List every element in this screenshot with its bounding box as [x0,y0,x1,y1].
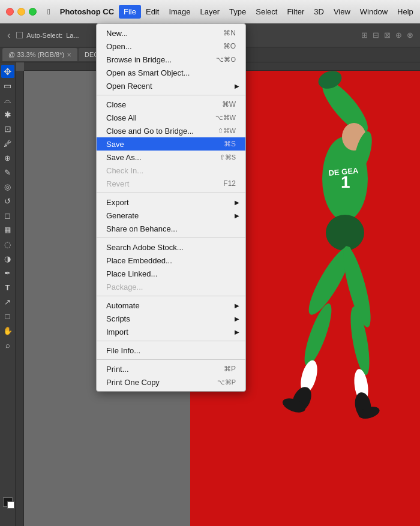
maximize-button[interactable] [29,8,37,16]
ruler-vertical [16,71,24,526]
tool-hand[interactable]: ✋ [1,324,14,337]
menu-item-import[interactable]: Import [97,325,245,338]
menu-sep-1 [97,95,245,95]
close-button[interactable] [6,8,14,16]
left-toolbar: ✥ ▭ ⌓ ✱ ⊡ 🖉 ⊕ ✎ ◎ ↺ ◻ ▦ ◌ ◑ ✒ T ↗ □ ✋ ⌕ [0,62,16,526]
tool-text[interactable]: T [1,281,14,294]
layer-menu-trigger[interactable]: Layer [196,5,225,19]
tool-path-select[interactable]: ↗ [1,295,14,308]
tool-gradient[interactable]: ▦ [1,223,14,236]
menu-item-place-linked[interactable]: Place Linked... [97,267,245,280]
toolbar-icon-2: ⊟ [371,31,381,40]
title-bar:  Photoshop CC File Edit Image Layer Typ… [0,0,420,23]
auto-select-checkbox[interactable] [16,32,23,38]
file-menu-trigger[interactable]: File [119,5,141,19]
bg-color-swatch [7,501,14,509]
tool-shape[interactable]: □ [1,309,14,323]
minimize-button[interactable] [17,8,25,16]
svg-point-7 [326,215,364,251]
tool-clone[interactable]: ◎ [1,180,14,193]
help-menu-trigger[interactable]: Help [392,5,418,19]
app-menu[interactable]: Photoshop CC [55,5,119,19]
toolbar-icon-1: ⊞ [359,31,370,40]
toolbar-left-arrow[interactable]: ‹ [5,29,13,42]
menu-sep-4 [97,296,245,296]
toolbar-icon-5: ⊗ [405,31,415,40]
auto-select-label: Auto-Select: [26,32,62,39]
type-menu-trigger[interactable]: Type [224,5,251,19]
3d-menu-trigger[interactable]: 3D [309,5,329,19]
tool-magic-wand[interactable]: ✱ [1,108,14,121]
doc-tab-1[interactable]: @ 33.3% (RGB/8*) ✕ [2,48,77,61]
menu-item-new[interactable]: New... ⌘N [97,26,245,40]
menu-item-automate[interactable]: Automate [97,299,245,312]
tool-history[interactable]: ↺ [1,194,14,208]
menu-item-generate[interactable]: Generate [97,209,245,222]
menu-item-open[interactable]: Open... ⌘O [97,40,245,53]
menu-sep-3 [97,238,245,238]
menu-item-package: Package... [97,280,245,293]
tool-eraser[interactable]: ◻ [1,209,14,222]
tool-dodge[interactable]: ◑ [1,252,14,265]
file-dropdown-menu: New... ⌘N Open... ⌘O Browse in Bridge...… [96,23,246,392]
view-menu-trigger[interactable]: View [329,5,355,19]
edit-menu-trigger[interactable]: Edit [141,5,164,19]
menu-bar:  Photoshop CC File Edit Image Layer Typ… [37,5,420,19]
menu-item-file-info[interactable]: File Info... [97,344,245,357]
tool-lasso[interactable]: ⌓ [1,94,14,107]
menu-item-save-as[interactable]: Save As... ⇧⌘S [97,151,245,164]
fg-color-swatch[interactable] [3,497,13,507]
window-menu-trigger[interactable]: Window [355,5,392,19]
apple-menu[interactable]:  [43,5,55,19]
tool-move[interactable]: ✥ [1,65,14,78]
menu-item-share-behance[interactable]: Share on Behance... [97,222,245,235]
menu-item-search-stock[interactable]: Search Adobe Stock... [97,241,245,254]
select-menu-trigger[interactable]: Select [251,5,282,19]
toolbar-icon-3: ⊠ [382,31,392,40]
tool-select-rect[interactable]: ▭ [1,79,14,92]
menu-item-browse-bridge[interactable]: Browse in Bridge... ⌥⌘O [97,53,245,66]
menu-item-scripts[interactable]: Scripts [97,312,245,325]
menu-item-close-bridge[interactable]: Close and Go to Bridge... ⇧⌘W [97,124,245,137]
image-menu-trigger[interactable]: Image [164,5,195,19]
menu-sep-5 [97,341,245,341]
tool-blur[interactable]: ◌ [1,238,14,251]
tool-pen[interactable]: ✒ [1,266,14,279]
menu-item-save[interactable]: Save ⌘S [97,137,245,151]
tool-eyedropper[interactable]: 🖉 [1,137,14,150]
menu-item-open-smart[interactable]: Open as Smart Object... [97,66,245,79]
filter-menu-trigger[interactable]: Filter [282,5,309,19]
tool-brush[interactable]: ✎ [1,166,14,179]
menu-item-place-embedded[interactable]: Place Embedded... [97,254,245,267]
menu-item-print-one[interactable]: Print One Copy ⌥⌘P [97,375,245,389]
menu-item-close-all[interactable]: Close All ⌥⌘W [97,111,245,124]
menu-sep-2 [97,193,245,193]
tool-zoom[interactable]: ⌕ [1,338,14,351]
traffic-lights [0,8,37,16]
toolbar-icons: ⊞ ⊟ ⊠ ⊕ ⊗ [359,31,415,40]
doc-tab-1-label: @ 33.3% (RGB/8*) [8,51,64,58]
tool-crop[interactable]: ⊡ [1,122,14,136]
goalkeeper-figure: 1 DE GEA [252,71,408,509]
menu-item-print[interactable]: Print... ⌘P [97,362,245,375]
menu-item-open-recent[interactable]: Open Recent [97,79,245,92]
doc-tab-1-close[interactable]: ✕ [67,52,71,58]
menu-item-close[interactable]: Close ⌘W [97,98,245,111]
layer-label: La... [66,32,79,39]
menu-item-revert: Revert F12 [97,177,245,190]
tool-heal[interactable]: ⊕ [1,151,14,164]
menu-item-check-in: Check In... [97,164,245,177]
toolbar-icon-4: ⊕ [394,31,404,40]
menu-item-export[interactable]: Export [97,196,245,209]
menu-sep-6 [97,359,245,360]
